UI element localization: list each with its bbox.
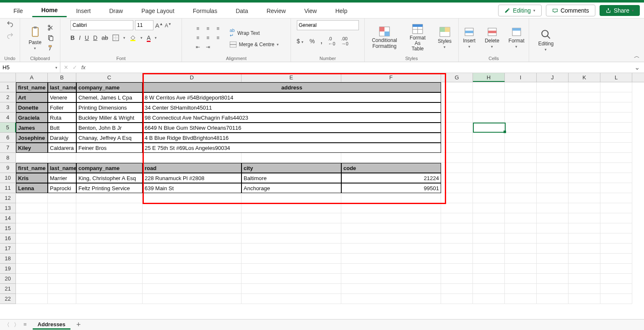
cell[interactable] [600, 244, 632, 254]
cell[interactable] [242, 233, 341, 244]
cell[interactable] [473, 133, 505, 143]
col-header-a[interactable]: A [16, 73, 48, 82]
cell[interactable]: Chemel, James L Cpa [76, 92, 143, 102]
cell[interactable] [341, 284, 441, 294]
cell[interactable]: last_name [48, 82, 76, 92]
cell[interactable]: Caldarera [48, 143, 76, 153]
cell[interactable]: last_name [48, 163, 76, 173]
cell[interactable] [76, 223, 143, 233]
cell[interactable] [242, 153, 341, 163]
cell[interactable] [569, 213, 600, 223]
spreadsheet-grid[interactable]: A B C D E F G H I J K L 1first_namelast_… [0, 73, 644, 312]
cell[interactable] [441, 183, 473, 193]
col-header-c[interactable]: C [76, 73, 143, 82]
italic-button[interactable]: I [79, 34, 80, 41]
cell[interactable] [441, 102, 473, 113]
cell[interactable] [600, 173, 632, 183]
cell[interactable] [537, 92, 569, 102]
cell-merged[interactable]: 4 B Blue Ridge BlvdBrighton48116 [143, 133, 441, 143]
cell[interactable] [473, 223, 505, 233]
col-header-e[interactable]: E [242, 73, 341, 82]
cell[interactable] [48, 223, 76, 233]
cell[interactable] [505, 294, 537, 304]
cell[interactable] [537, 123, 569, 133]
select-all-corner[interactable] [0, 73, 16, 82]
cell[interactable] [569, 284, 600, 294]
increase-font-icon[interactable]: A▲ [155, 22, 163, 29]
cell[interactable]: Anchorage [242, 183, 341, 193]
cell[interactable] [441, 173, 473, 183]
cell[interactable] [569, 113, 600, 123]
cell[interactable] [569, 153, 600, 163]
cell[interactable] [537, 203, 569, 213]
cell[interactable] [143, 254, 242, 264]
cell[interactable] [76, 254, 143, 264]
cell[interactable]: Marrier [48, 173, 76, 183]
cell[interactable] [600, 82, 632, 92]
font-color-button[interactable]: A [147, 34, 151, 41]
row-header[interactable]: 9 [0, 163, 16, 173]
cell[interactable]: Art [16, 92, 48, 102]
cell[interactable] [569, 264, 600, 274]
cell[interactable] [473, 163, 505, 173]
cell[interactable] [473, 102, 505, 113]
tab-formulas[interactable]: Formulas [184, 4, 226, 17]
cell[interactable] [16, 284, 48, 294]
cell[interactable]: Buckley Miller & Wright [76, 113, 143, 123]
fill-color-button[interactable] [130, 34, 136, 41]
cell[interactable] [473, 123, 505, 133]
tab-review[interactable]: Review [257, 4, 295, 17]
cell[interactable]: Graciela [16, 113, 48, 123]
row-header[interactable]: 20 [0, 274, 16, 284]
cell[interactable] [473, 294, 505, 304]
cell[interactable] [16, 264, 48, 274]
cell[interactable] [441, 92, 473, 102]
cell[interactable] [473, 254, 505, 264]
cell[interactable] [143, 203, 242, 213]
cell[interactable] [505, 92, 537, 102]
cell[interactable] [16, 223, 48, 233]
alignment-buttons[interactable]: ≡≡≡ ≡≡≡ ⇤⇥ [194, 25, 222, 51]
cell[interactable] [341, 233, 441, 244]
name-box[interactable]: H5 ▾ [0, 62, 60, 73]
cell[interactable] [600, 193, 632, 203]
merge-centre-button[interactable]: Merge & Centre ▾ [230, 42, 279, 47]
cell[interactable] [441, 223, 473, 233]
cell[interactable] [537, 102, 569, 113]
cell[interactable]: Chanay, Jeffrey A Esq [76, 133, 143, 143]
cell[interactable] [600, 133, 632, 143]
row-header[interactable]: 12 [0, 193, 16, 203]
row-header[interactable]: 22 [0, 294, 16, 304]
cell[interactable]: 21224 [341, 173, 441, 183]
format-as-table-button[interactable]: Format As Table [406, 23, 429, 53]
format-cells-button[interactable]: Format ▾ [506, 26, 527, 50]
cell[interactable] [48, 294, 76, 304]
cell[interactable] [341, 223, 441, 233]
cell[interactable] [505, 133, 537, 143]
col-header-g[interactable]: G [441, 73, 473, 82]
cell[interactable] [537, 274, 569, 284]
cell-merged[interactable]: address [143, 82, 441, 92]
cell[interactable] [441, 113, 473, 123]
cell[interactable] [505, 233, 537, 244]
row-header[interactable]: 13 [0, 203, 16, 213]
cell[interactable] [441, 133, 473, 143]
double-underline-button[interactable]: D [93, 34, 97, 41]
cell[interactable]: city [242, 163, 341, 173]
row-header[interactable]: 1 [0, 82, 16, 92]
cell[interactable] [600, 153, 632, 163]
cell[interactable] [16, 203, 48, 213]
cell[interactable] [569, 133, 600, 143]
cell[interactable] [48, 153, 76, 163]
all-sheets-icon[interactable]: ≡ [23, 321, 27, 329]
percent-format-button[interactable]: % [309, 38, 314, 45]
cell[interactable] [569, 163, 600, 173]
cell[interactable]: Feiner Bros [76, 143, 143, 153]
cell[interactable] [143, 244, 242, 254]
cell[interactable] [76, 213, 143, 223]
row-header[interactable]: 4 [0, 113, 16, 123]
col-header-i[interactable]: I [505, 73, 537, 82]
row-header[interactable]: 16 [0, 233, 16, 244]
tab-insert[interactable]: Insert [67, 4, 100, 17]
tab-data[interactable]: Data [226, 4, 257, 17]
